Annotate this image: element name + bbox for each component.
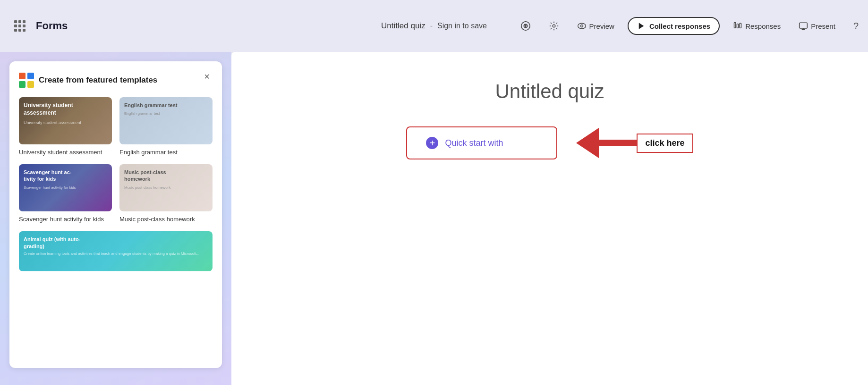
- template-name-scavenger: Scavenger hunt activity for kids: [19, 215, 112, 224]
- header-quiz-title: Untitled quiz: [381, 21, 425, 31]
- brain-icon: [520, 21, 531, 31]
- svg-marker-6: [639, 23, 644, 29]
- template-thumb-animal: Animal quiz (with auto- grading) Create …: [19, 231, 213, 271]
- svg-rect-9: [740, 23, 741, 28]
- svg-rect-14: [27, 73, 34, 79]
- header-center: Untitled quiz - Sign in to save: [381, 21, 487, 31]
- svg-rect-16: [27, 81, 34, 88]
- svg-rect-7: [734, 23, 736, 28]
- sign-in-link[interactable]: Sign in to save: [437, 22, 487, 30]
- svg-rect-15: [19, 81, 26, 88]
- preview-button[interactable]: Preview: [572, 18, 619, 33]
- settings-button[interactable]: [544, 18, 564, 34]
- app-title: Forms: [36, 20, 68, 32]
- help-button[interactable]: ?: [853, 21, 859, 32]
- quick-start-button[interactable]: + Quick start with: [406, 126, 557, 159]
- template-item-animal[interactable]: Animal quiz (with auto- grading) Create …: [19, 231, 213, 271]
- arrow-head-icon: [576, 128, 599, 158]
- responses-label: Responses: [745, 22, 781, 30]
- collect-responses-label: Collect responses: [649, 22, 710, 30]
- template-card: Create from featured templates × Univers…: [9, 61, 222, 368]
- content-area: Untitled quiz + Quick start with click h…: [231, 52, 868, 385]
- present-button[interactable]: Present: [794, 18, 840, 33]
- svg-point-5: [580, 25, 583, 27]
- ai-button[interactable]: [516, 18, 536, 34]
- collect-icon: [637, 22, 646, 30]
- svg-rect-10: [800, 23, 808, 28]
- template-item-university[interactable]: University student assessment University…: [19, 97, 112, 157]
- responses-icon: [733, 21, 742, 31]
- plus-icon: +: [426, 137, 438, 149]
- svg-rect-8: [737, 24, 738, 28]
- template-card-title: Create from featured templates: [39, 75, 157, 85]
- header-left: Forms: [9, 17, 68, 34]
- quick-start-label: Quick start with: [445, 138, 503, 148]
- template-item-scavenger[interactable]: Scavenger hunt ac- tivity for kids Scave…: [19, 164, 112, 224]
- forms-logo-icon: [19, 73, 34, 88]
- header-right: Preview Collect responses Responses: [516, 17, 859, 35]
- template-name-grammar: English grammar test: [119, 148, 213, 157]
- preview-label: Preview: [589, 22, 614, 30]
- template-name-university: University student assessment: [19, 148, 112, 157]
- svg-rect-13: [19, 73, 26, 79]
- preview-icon: [577, 21, 587, 31]
- template-grid: University student assessment University…: [19, 97, 213, 224]
- present-label: Present: [811, 22, 835, 30]
- template-name-music: Music post-class homework: [119, 215, 213, 224]
- sidebar-panel: Create from featured templates × Univers…: [0, 52, 231, 385]
- click-here-annotation: click here: [576, 128, 693, 158]
- header: Forms Untitled quiz - Sign in to save: [0, 0, 868, 52]
- app-grid-button[interactable]: [9, 17, 30, 34]
- present-icon: [799, 21, 808, 31]
- settings-icon: [549, 21, 559, 31]
- close-template-card-button[interactable]: ×: [200, 70, 213, 83]
- svg-point-3: [553, 25, 555, 27]
- grid-icon: [14, 20, 26, 32]
- template-thumb-scavenger: Scavenger hunt ac- tivity for kids Scave…: [19, 164, 112, 211]
- header-separator: -: [430, 22, 433, 30]
- quick-start-container: + Quick start with click here: [406, 126, 693, 159]
- template-thumb-university: University student assessment University…: [19, 97, 112, 144]
- main-layout: Create from featured templates × Univers…: [0, 52, 868, 385]
- template-item-grammar[interactable]: English grammar test English grammar tes…: [119, 97, 213, 157]
- click-here-label: click here: [637, 134, 693, 153]
- svg-point-4: [578, 23, 586, 29]
- template-thumb-music: Music post-class homework Music post-cla…: [119, 164, 213, 211]
- template-thumb-grammar: English grammar test English grammar tes…: [119, 97, 213, 144]
- red-arrow: [576, 128, 637, 158]
- collect-responses-button[interactable]: Collect responses: [628, 17, 720, 35]
- template-item-music[interactable]: Music post-class homework Music post-cla…: [119, 164, 213, 224]
- arrow-body: [599, 140, 637, 146]
- responses-button[interactable]: Responses: [728, 18, 785, 33]
- quiz-main-title: Untitled quiz: [495, 80, 604, 103]
- template-card-header: Create from featured templates: [19, 73, 213, 88]
